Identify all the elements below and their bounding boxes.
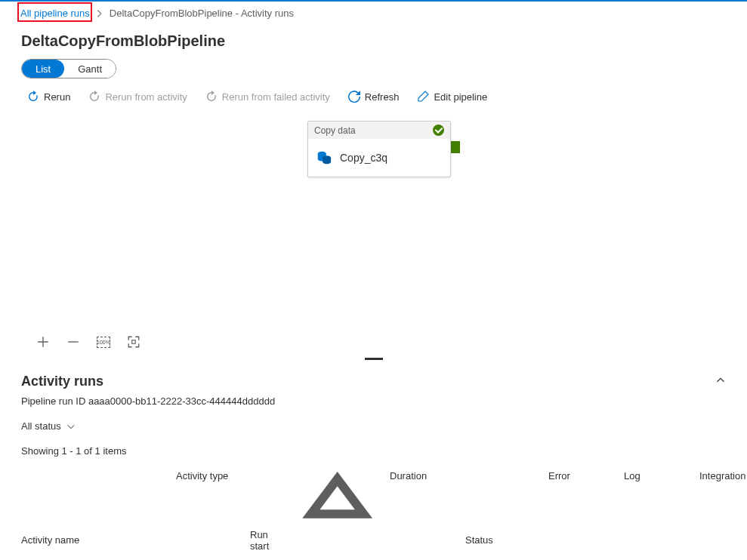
col-activity-name[interactable]: Activity name: [21, 470, 176, 560]
chevron-down-icon: [66, 421, 76, 432]
rerun-activity-icon: [88, 91, 100, 103]
resizer-handle-icon: [365, 358, 383, 360]
activity-card-name: Copy_c3q: [340, 152, 387, 164]
activity-card-type: Copy data: [314, 125, 356, 136]
database-icon: [316, 149, 332, 166]
svg-rect-2: [132, 340, 136, 344]
rerun-failed-button: Rerun from failed activity: [205, 91, 330, 103]
activity-connector: [451, 141, 460, 153]
page-title: DeltaCopyFromBlobPipeline: [0, 25, 747, 59]
activity-card-header: Copy data: [308, 122, 450, 139]
run-id-value: aaaa0000-bb11-2222-33cc-444444dddddd: [88, 395, 275, 407]
edit-icon: [417, 91, 429, 103]
success-indicator-icon: [433, 125, 444, 136]
refresh-button[interactable]: Refresh: [348, 91, 400, 103]
rerun-failed-label: Rerun from failed activity: [222, 91, 330, 103]
minus-icon: [66, 335, 80, 349]
status-filter-dropdown[interactable]: All status: [21, 417, 76, 435]
collapse-section-button[interactable]: [715, 375, 726, 389]
breadcrumb: All pipeline runs DeltaCopyFromBlobPipel…: [0, 2, 747, 25]
col-error[interactable]: Error: [548, 470, 624, 560]
activity-card[interactable]: Copy data Copy_c3q: [307, 121, 451, 177]
breadcrumb-all-runs-link[interactable]: All pipeline runs: [20, 8, 90, 19]
chevron-right-icon: [94, 8, 105, 19]
view-toggle: List Gantt: [21, 59, 116, 78]
zoom-fit-button[interactable]: 100%: [97, 337, 110, 348]
view-gantt-button[interactable]: Gantt: [64, 60, 116, 78]
rerun-button[interactable]: Rerun: [27, 91, 70, 103]
edit-pipeline-button[interactable]: Edit pipeline: [417, 91, 487, 103]
zoom-controls: 100%: [0, 331, 747, 356]
fullscreen-icon: [127, 335, 140, 349]
panel-resizer[interactable]: [0, 356, 747, 362]
toolbar: Rerun Rerun from activity Rerun from fai…: [0, 78, 747, 112]
pipeline-canvas[interactable]: Copy data Copy_c3q: [0, 112, 747, 331]
rerun-label: Rerun: [44, 91, 70, 103]
col-log[interactable]: Log: [624, 470, 699, 560]
chevron-up-icon: [715, 375, 726, 386]
col-status[interactable]: Status: [465, 470, 548, 560]
fullscreen-button[interactable]: [127, 335, 140, 349]
activity-runs-heading: Activity runs: [21, 374, 103, 389]
edit-pipeline-label: Edit pipeline: [434, 91, 487, 103]
zoom-in-button[interactable]: [36, 335, 50, 349]
zoom-out-button[interactable]: [66, 335, 80, 349]
col-run-start[interactable]: Run start: [250, 470, 390, 560]
rerun-activity-button: Rerun from activity: [88, 91, 187, 103]
breadcrumb-current: DeltaCopyFromBlobPipeline - Activity run…: [110, 8, 294, 19]
refresh-label: Refresh: [365, 91, 400, 103]
run-id-label: Pipeline run ID: [21, 395, 85, 407]
showing-count: Showing 1 - 1 of 1 items: [0, 435, 747, 464]
col-run-start-label: Run start: [250, 529, 280, 552]
col-duration[interactable]: Duration: [390, 470, 465, 560]
plus-icon: [36, 335, 50, 349]
col-activity-type[interactable]: Activity type: [176, 470, 250, 560]
refresh-icon: [348, 91, 360, 103]
rerun-failed-icon: [205, 91, 218, 103]
rerun-activity-label: Rerun from activity: [105, 91, 187, 103]
view-list-button[interactable]: List: [22, 60, 64, 78]
rerun-icon: [27, 91, 39, 103]
col-integration[interactable]: Integration r: [699, 470, 747, 560]
sort-icon: [285, 470, 390, 560]
table-header: Activity name Activity type Run start Du…: [0, 464, 747, 560]
status-filter-label: All status: [21, 420, 61, 432]
activity-runs-table: Activity name Activity type Run start Du…: [0, 464, 747, 560]
